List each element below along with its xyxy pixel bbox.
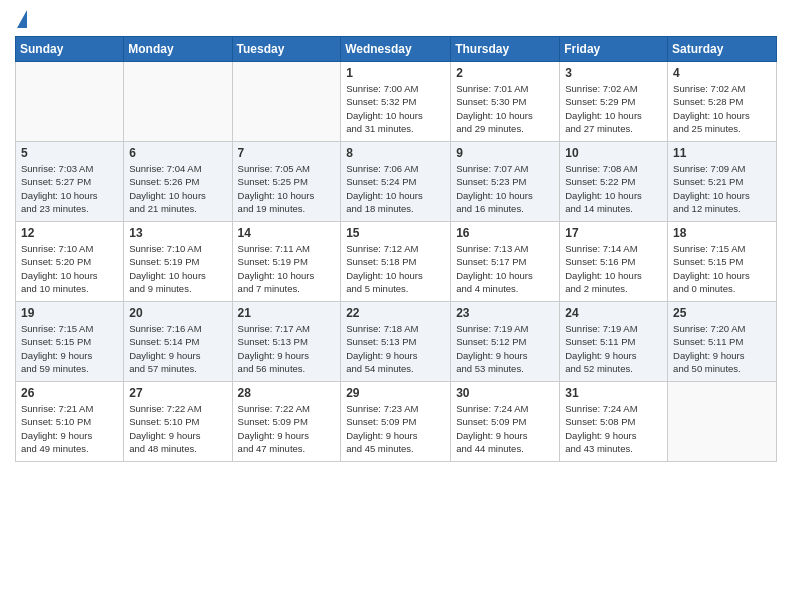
day-number: 17 xyxy=(565,226,662,240)
calendar-cell: 10Sunrise: 7:08 AM Sunset: 5:22 PM Dayli… xyxy=(560,142,668,222)
day-info: Sunrise: 7:19 AM Sunset: 5:11 PM Dayligh… xyxy=(565,322,662,375)
day-info: Sunrise: 7:16 AM Sunset: 5:14 PM Dayligh… xyxy=(129,322,226,375)
calendar-cell: 16Sunrise: 7:13 AM Sunset: 5:17 PM Dayli… xyxy=(451,222,560,302)
day-number: 9 xyxy=(456,146,554,160)
day-number: 6 xyxy=(129,146,226,160)
calendar-cell: 13Sunrise: 7:10 AM Sunset: 5:19 PM Dayli… xyxy=(124,222,232,302)
calendar-header-tuesday: Tuesday xyxy=(232,37,341,62)
calendar-week-5: 26Sunrise: 7:21 AM Sunset: 5:10 PM Dayli… xyxy=(16,382,777,462)
day-info: Sunrise: 7:12 AM Sunset: 5:18 PM Dayligh… xyxy=(346,242,445,295)
day-number: 14 xyxy=(238,226,336,240)
calendar-cell: 27Sunrise: 7:22 AM Sunset: 5:10 PM Dayli… xyxy=(124,382,232,462)
day-number: 30 xyxy=(456,386,554,400)
day-number: 12 xyxy=(21,226,118,240)
calendar-cell xyxy=(124,62,232,142)
day-number: 20 xyxy=(129,306,226,320)
calendar-cell: 25Sunrise: 7:20 AM Sunset: 5:11 PM Dayli… xyxy=(668,302,777,382)
day-info: Sunrise: 7:03 AM Sunset: 5:27 PM Dayligh… xyxy=(21,162,118,215)
calendar-cell: 24Sunrise: 7:19 AM Sunset: 5:11 PM Dayli… xyxy=(560,302,668,382)
day-info: Sunrise: 7:17 AM Sunset: 5:13 PM Dayligh… xyxy=(238,322,336,375)
day-info: Sunrise: 7:02 AM Sunset: 5:29 PM Dayligh… xyxy=(565,82,662,135)
calendar-cell: 11Sunrise: 7:09 AM Sunset: 5:21 PM Dayli… xyxy=(668,142,777,222)
day-info: Sunrise: 7:24 AM Sunset: 5:09 PM Dayligh… xyxy=(456,402,554,455)
day-info: Sunrise: 7:02 AM Sunset: 5:28 PM Dayligh… xyxy=(673,82,771,135)
calendar-cell: 19Sunrise: 7:15 AM Sunset: 5:15 PM Dayli… xyxy=(16,302,124,382)
calendar-cell: 15Sunrise: 7:12 AM Sunset: 5:18 PM Dayli… xyxy=(341,222,451,302)
day-info: Sunrise: 7:10 AM Sunset: 5:19 PM Dayligh… xyxy=(129,242,226,295)
day-number: 23 xyxy=(456,306,554,320)
day-info: Sunrise: 7:15 AM Sunset: 5:15 PM Dayligh… xyxy=(21,322,118,375)
calendar-header-thursday: Thursday xyxy=(451,37,560,62)
calendar-week-3: 12Sunrise: 7:10 AM Sunset: 5:20 PM Dayli… xyxy=(16,222,777,302)
day-number: 5 xyxy=(21,146,118,160)
calendar-week-2: 5Sunrise: 7:03 AM Sunset: 5:27 PM Daylig… xyxy=(16,142,777,222)
calendar-header-row: SundayMondayTuesdayWednesdayThursdayFrid… xyxy=(16,37,777,62)
day-info: Sunrise: 7:23 AM Sunset: 5:09 PM Dayligh… xyxy=(346,402,445,455)
calendar-cell: 26Sunrise: 7:21 AM Sunset: 5:10 PM Dayli… xyxy=(16,382,124,462)
day-info: Sunrise: 7:15 AM Sunset: 5:15 PM Dayligh… xyxy=(673,242,771,295)
day-info: Sunrise: 7:24 AM Sunset: 5:08 PM Dayligh… xyxy=(565,402,662,455)
day-number: 2 xyxy=(456,66,554,80)
calendar-cell: 1Sunrise: 7:00 AM Sunset: 5:32 PM Daylig… xyxy=(341,62,451,142)
calendar-cell: 31Sunrise: 7:24 AM Sunset: 5:08 PM Dayli… xyxy=(560,382,668,462)
calendar-cell: 18Sunrise: 7:15 AM Sunset: 5:15 PM Dayli… xyxy=(668,222,777,302)
day-number: 28 xyxy=(238,386,336,400)
day-info: Sunrise: 7:19 AM Sunset: 5:12 PM Dayligh… xyxy=(456,322,554,375)
calendar-cell: 5Sunrise: 7:03 AM Sunset: 5:27 PM Daylig… xyxy=(16,142,124,222)
calendar-cell: 3Sunrise: 7:02 AM Sunset: 5:29 PM Daylig… xyxy=(560,62,668,142)
calendar-cell: 17Sunrise: 7:14 AM Sunset: 5:16 PM Dayli… xyxy=(560,222,668,302)
calendar-header-sunday: Sunday xyxy=(16,37,124,62)
day-number: 3 xyxy=(565,66,662,80)
day-info: Sunrise: 7:06 AM Sunset: 5:24 PM Dayligh… xyxy=(346,162,445,215)
day-info: Sunrise: 7:09 AM Sunset: 5:21 PM Dayligh… xyxy=(673,162,771,215)
day-number: 25 xyxy=(673,306,771,320)
calendar-cell: 12Sunrise: 7:10 AM Sunset: 5:20 PM Dayli… xyxy=(16,222,124,302)
day-info: Sunrise: 7:08 AM Sunset: 5:22 PM Dayligh… xyxy=(565,162,662,215)
calendar-cell: 4Sunrise: 7:02 AM Sunset: 5:28 PM Daylig… xyxy=(668,62,777,142)
day-info: Sunrise: 7:22 AM Sunset: 5:09 PM Dayligh… xyxy=(238,402,336,455)
day-number: 8 xyxy=(346,146,445,160)
day-number: 24 xyxy=(565,306,662,320)
calendar-cell xyxy=(232,62,341,142)
calendar-cell: 23Sunrise: 7:19 AM Sunset: 5:12 PM Dayli… xyxy=(451,302,560,382)
day-number: 10 xyxy=(565,146,662,160)
day-number: 4 xyxy=(673,66,771,80)
day-info: Sunrise: 7:07 AM Sunset: 5:23 PM Dayligh… xyxy=(456,162,554,215)
day-number: 22 xyxy=(346,306,445,320)
day-number: 1 xyxy=(346,66,445,80)
day-number: 21 xyxy=(238,306,336,320)
logo xyxy=(15,10,27,28)
day-number: 16 xyxy=(456,226,554,240)
calendar-cell: 9Sunrise: 7:07 AM Sunset: 5:23 PM Daylig… xyxy=(451,142,560,222)
day-number: 31 xyxy=(565,386,662,400)
calendar-cell: 7Sunrise: 7:05 AM Sunset: 5:25 PM Daylig… xyxy=(232,142,341,222)
day-info: Sunrise: 7:14 AM Sunset: 5:16 PM Dayligh… xyxy=(565,242,662,295)
calendar-cell: 6Sunrise: 7:04 AM Sunset: 5:26 PM Daylig… xyxy=(124,142,232,222)
day-info: Sunrise: 7:05 AM Sunset: 5:25 PM Dayligh… xyxy=(238,162,336,215)
day-info: Sunrise: 7:13 AM Sunset: 5:17 PM Dayligh… xyxy=(456,242,554,295)
calendar-cell xyxy=(668,382,777,462)
day-info: Sunrise: 7:18 AM Sunset: 5:13 PM Dayligh… xyxy=(346,322,445,375)
calendar-week-1: 1Sunrise: 7:00 AM Sunset: 5:32 PM Daylig… xyxy=(16,62,777,142)
logo-icon xyxy=(17,10,27,28)
calendar-cell: 22Sunrise: 7:18 AM Sunset: 5:13 PM Dayli… xyxy=(341,302,451,382)
day-number: 7 xyxy=(238,146,336,160)
day-info: Sunrise: 7:04 AM Sunset: 5:26 PM Dayligh… xyxy=(129,162,226,215)
day-number: 11 xyxy=(673,146,771,160)
day-number: 27 xyxy=(129,386,226,400)
day-info: Sunrise: 7:00 AM Sunset: 5:32 PM Dayligh… xyxy=(346,82,445,135)
day-number: 26 xyxy=(21,386,118,400)
calendar-cell: 28Sunrise: 7:22 AM Sunset: 5:09 PM Dayli… xyxy=(232,382,341,462)
calendar-header-saturday: Saturday xyxy=(668,37,777,62)
day-info: Sunrise: 7:20 AM Sunset: 5:11 PM Dayligh… xyxy=(673,322,771,375)
day-info: Sunrise: 7:01 AM Sunset: 5:30 PM Dayligh… xyxy=(456,82,554,135)
calendar-header-friday: Friday xyxy=(560,37,668,62)
day-info: Sunrise: 7:21 AM Sunset: 5:10 PM Dayligh… xyxy=(21,402,118,455)
calendar-cell: 2Sunrise: 7:01 AM Sunset: 5:30 PM Daylig… xyxy=(451,62,560,142)
page-header xyxy=(15,10,777,28)
calendar-cell: 29Sunrise: 7:23 AM Sunset: 5:09 PM Dayli… xyxy=(341,382,451,462)
calendar-cell: 30Sunrise: 7:24 AM Sunset: 5:09 PM Dayli… xyxy=(451,382,560,462)
day-info: Sunrise: 7:11 AM Sunset: 5:19 PM Dayligh… xyxy=(238,242,336,295)
calendar-cell: 8Sunrise: 7:06 AM Sunset: 5:24 PM Daylig… xyxy=(341,142,451,222)
calendar-table: SundayMondayTuesdayWednesdayThursdayFrid… xyxy=(15,36,777,462)
